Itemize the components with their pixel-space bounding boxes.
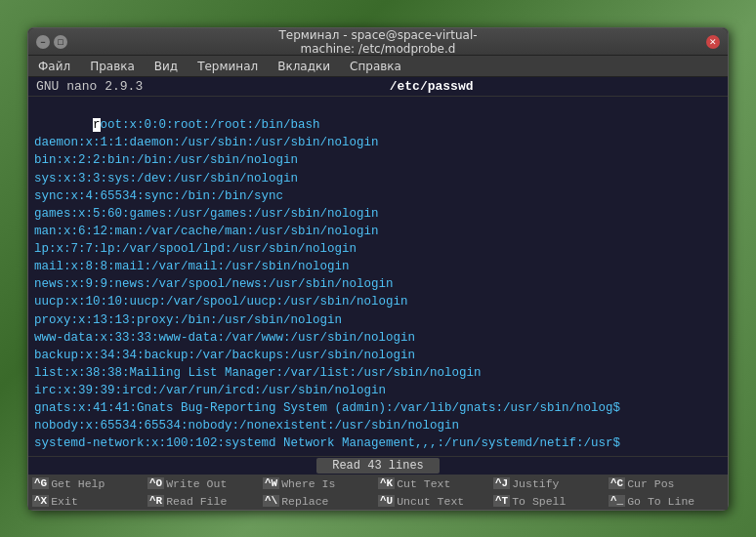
shortcut-key-X: ^X: [32, 495, 49, 507]
shortcut-label-gotoline: Go To Line: [627, 495, 694, 508]
shortcut-exit: ^X Exit: [32, 495, 147, 508]
shortcut-label-write: Write Out: [166, 477, 227, 490]
shortcut-replace: ^\ Replace: [263, 495, 378, 508]
shortcut-label-readfile: Read File: [166, 495, 227, 508]
close-button[interactable]: ✕: [706, 35, 720, 49]
nano-filename: /etc/passwd: [390, 79, 474, 94]
nano-content-area[interactable]: root:x:0:0:root:/root:/bin/bash daemon:x…: [28, 97, 728, 456]
shortcut-label-spell: To Spell: [512, 495, 566, 508]
status-bar-text: Read 43 lines: [316, 458, 440, 474]
line-1: root:x:0:0:root:/root:/bin/bash daemon:x…: [34, 118, 620, 450]
nano-header: GNU nano 2.9.3 /etc/passwd: [28, 77, 728, 97]
shortcut-label-justify: Justify: [512, 477, 559, 490]
titlebar: − □ Терминал - space@space-virtual-machi…: [28, 28, 728, 56]
terminal-window: − □ Терминал - space@space-virtual-machi…: [27, 27, 729, 511]
menu-file[interactable]: Файл: [32, 58, 76, 75]
shortcut-label-help: Get Help: [51, 477, 105, 490]
menu-edit[interactable]: Правка: [84, 58, 141, 75]
menu-tabs[interactable]: Вкладки: [272, 58, 336, 75]
shortcut-where-is: ^W Where Is: [263, 477, 378, 490]
shortcut-label-where: Where Is: [281, 477, 335, 490]
shortcut-get-help: ^G Get Help: [32, 477, 147, 490]
shortcut-cut-text: ^K Cut Text: [378, 477, 493, 490]
nano-version: GNU nano 2.9.3: [36, 79, 143, 94]
menu-terminal[interactable]: Терминал: [191, 58, 264, 75]
window-title: Терминал - space@space-virtual-machine: …: [264, 28, 491, 56]
shortcut-write-out: ^O Write Out: [147, 477, 263, 490]
shortcut-go-to-line: ^_ Go To Line: [609, 495, 724, 508]
shortcut-justify: ^J Justify: [493, 477, 609, 490]
shortcut-key-J: ^J: [493, 477, 510, 489]
shortcut-label-cut: Cut Text: [397, 477, 450, 490]
shortcut-label-exit: Exit: [51, 495, 78, 508]
menu-help[interactable]: Справка: [344, 58, 407, 75]
shortcut-bar-1: ^G Get Help ^O Write Out ^W Where Is ^K …: [28, 475, 728, 492]
shortcut-key-C: ^C: [609, 477, 625, 489]
shortcut-key-R: ^R: [147, 495, 164, 507]
shortcut-to-spell: ^T To Spell: [493, 495, 609, 508]
shortcut-key-U: ^U: [378, 495, 395, 507]
shortcut-key-W: ^W: [263, 477, 279, 489]
shortcut-key-T: ^T: [493, 495, 510, 507]
shortcut-key-line: ^_: [609, 495, 625, 507]
terminal-area: GNU nano 2.9.3 /etc/passwd root:x:0:0:ro…: [28, 77, 728, 510]
shortcut-key-G: ^G: [32, 477, 49, 489]
minimize-button[interactable]: −: [36, 35, 50, 49]
status-bar: Read 43 lines: [28, 456, 728, 475]
maximize-button[interactable]: □: [54, 35, 67, 49]
shortcut-uncut-text: ^U Uncut Text: [378, 495, 493, 508]
menubar: Файл Правка Вид Терминал Вкладки Справка: [28, 56, 728, 77]
shortcut-label-uncut: Uncut Text: [397, 495, 464, 508]
shortcut-key-K: ^K: [378, 477, 395, 489]
nano-content-text: root:x:0:0:root:/root:/bin/bash daemon:x…: [28, 97, 728, 456]
titlebar-left: − □: [36, 35, 264, 49]
menu-view[interactable]: Вид: [148, 58, 184, 75]
shortcut-label-replace: Replace: [281, 495, 328, 508]
shortcut-bar-2: ^X Exit ^R Read File ^\ Replace ^U Uncut…: [28, 492, 728, 510]
shortcut-key-bs: ^\: [263, 495, 279, 507]
shortcut-cur-pos: ^C Cur Pos: [609, 477, 724, 490]
titlebar-right: ✕: [492, 35, 720, 49]
shortcut-label-curpos: Cur Pos: [627, 477, 674, 490]
shortcut-read-file: ^R Read File: [147, 495, 263, 508]
shortcut-key-O: ^O: [147, 477, 164, 489]
